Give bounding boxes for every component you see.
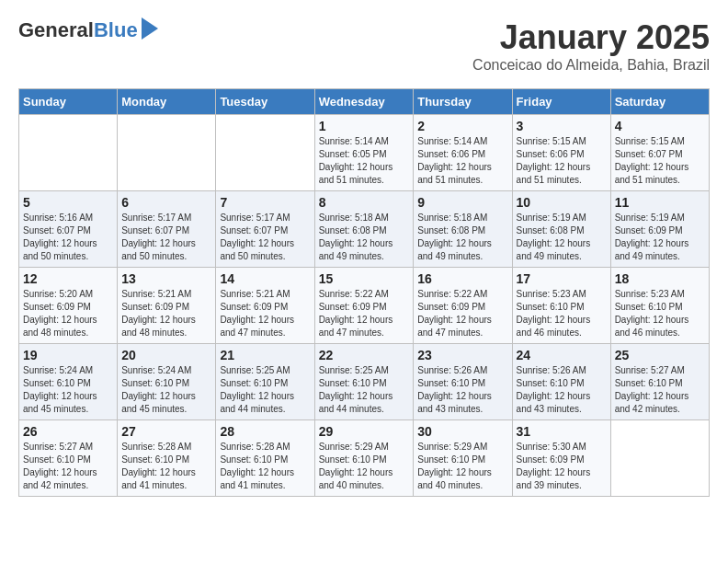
calendar-cell: 26Sunrise: 5:27 AM Sunset: 6:10 PM Dayli… [19, 420, 118, 497]
day-info: Sunrise: 5:22 AM Sunset: 6:09 PM Dayligh… [319, 288, 410, 339]
day-number: 1 [319, 119, 410, 133]
weekday-header-friday: Friday [512, 89, 610, 115]
day-info: Sunrise: 5:19 AM Sunset: 6:08 PM Dayligh… [517, 212, 607, 263]
calendar-cell: 15Sunrise: 5:22 AM Sunset: 6:09 PM Dayli… [314, 268, 414, 344]
day-info: Sunrise: 5:16 AM Sunset: 6:07 PM Dayligh… [23, 212, 113, 263]
weekday-header-saturday: Saturday [610, 89, 709, 115]
day-number: 15 [319, 271, 410, 286]
day-number: 26 [23, 424, 113, 439]
calendar-cell: 11Sunrise: 5:19 AM Sunset: 6:09 PM Dayli… [610, 191, 709, 268]
day-number: 29 [319, 424, 410, 439]
day-number: 16 [417, 271, 507, 286]
day-number: 25 [615, 348, 705, 362]
calendar-cell [610, 420, 709, 497]
day-info: Sunrise: 5:29 AM Sunset: 6:10 PM Dayligh… [319, 441, 410, 492]
day-number: 14 [220, 271, 310, 286]
day-info: Sunrise: 5:27 AM Sunset: 6:10 PM Dayligh… [615, 364, 705, 416]
calendar-title: January 2025 [472, 18, 710, 57]
calendar-week-row: 19Sunrise: 5:24 AM Sunset: 6:10 PM Dayli… [19, 344, 710, 420]
day-number: 7 [220, 195, 310, 210]
logo-blue-text: Blue [94, 18, 138, 42]
day-info: Sunrise: 5:26 AM Sunset: 6:10 PM Dayligh… [517, 364, 607, 416]
day-number: 6 [121, 195, 211, 210]
calendar-cell: 14Sunrise: 5:21 AM Sunset: 6:09 PM Dayli… [216, 268, 314, 344]
day-info: Sunrise: 5:24 AM Sunset: 6:10 PM Dayligh… [23, 364, 113, 416]
page-header: General Blue January 2025 Conceicao do A… [18, 18, 710, 74]
day-number: 3 [517, 119, 607, 133]
calendar-cell: 1Sunrise: 5:14 AM Sunset: 6:05 PM Daylig… [314, 115, 414, 191]
day-number: 18 [615, 271, 705, 286]
weekday-header-sunday: Sunday [19, 89, 118, 115]
calendar-cell: 22Sunrise: 5:25 AM Sunset: 6:10 PM Dayli… [314, 344, 414, 420]
calendar-cell: 19Sunrise: 5:24 AM Sunset: 6:10 PM Dayli… [19, 344, 118, 420]
day-info: Sunrise: 5:27 AM Sunset: 6:10 PM Dayligh… [23, 441, 113, 492]
day-info: Sunrise: 5:25 AM Sunset: 6:10 PM Dayligh… [319, 364, 410, 416]
title-section: January 2025 Conceicao do Almeida, Bahia… [472, 18, 710, 74]
calendar-cell: 18Sunrise: 5:23 AM Sunset: 6:10 PM Dayli… [610, 268, 709, 344]
weekday-header-tuesday: Tuesday [216, 89, 314, 115]
calendar-cell: 6Sunrise: 5:17 AM Sunset: 6:07 PM Daylig… [118, 191, 216, 268]
calendar-cell [19, 115, 118, 191]
day-info: Sunrise: 5:14 AM Sunset: 6:05 PM Dayligh… [319, 135, 410, 187]
calendar-cell: 2Sunrise: 5:14 AM Sunset: 6:06 PM Daylig… [414, 115, 512, 191]
day-info: Sunrise: 5:22 AM Sunset: 6:09 PM Dayligh… [417, 288, 507, 339]
day-info: Sunrise: 5:21 AM Sunset: 6:09 PM Dayligh… [121, 288, 211, 339]
day-number: 19 [23, 348, 113, 362]
day-number: 27 [121, 424, 211, 439]
calendar-subtitle: Conceicao do Almeida, Bahia, Brazil [472, 57, 710, 74]
calendar-cell: 10Sunrise: 5:19 AM Sunset: 6:08 PM Dayli… [512, 191, 610, 268]
calendar-cell [216, 115, 314, 191]
day-info: Sunrise: 5:17 AM Sunset: 6:07 PM Dayligh… [220, 212, 310, 263]
day-number: 2 [417, 119, 507, 133]
calendar-cell: 21Sunrise: 5:25 AM Sunset: 6:10 PM Dayli… [216, 344, 314, 420]
day-number: 28 [220, 424, 310, 439]
day-info: Sunrise: 5:14 AM Sunset: 6:06 PM Dayligh… [417, 135, 507, 187]
day-info: Sunrise: 5:29 AM Sunset: 6:10 PM Dayligh… [417, 441, 507, 492]
calendar-cell: 31Sunrise: 5:30 AM Sunset: 6:09 PM Dayli… [512, 420, 610, 497]
calendar-cell: 17Sunrise: 5:23 AM Sunset: 6:10 PM Dayli… [512, 268, 610, 344]
calendar-cell: 7Sunrise: 5:17 AM Sunset: 6:07 PM Daylig… [216, 191, 314, 268]
day-number: 20 [121, 348, 211, 362]
day-number: 12 [23, 271, 113, 286]
calendar-cell: 16Sunrise: 5:22 AM Sunset: 6:09 PM Dayli… [414, 268, 512, 344]
day-info: Sunrise: 5:30 AM Sunset: 6:09 PM Dayligh… [517, 441, 607, 492]
day-number: 8 [319, 195, 410, 210]
day-number: 13 [121, 271, 211, 286]
calendar-cell: 4Sunrise: 5:15 AM Sunset: 6:07 PM Daylig… [610, 115, 709, 191]
calendar-cell: 9Sunrise: 5:18 AM Sunset: 6:08 PM Daylig… [414, 191, 512, 268]
weekday-header-monday: Monday [118, 89, 216, 115]
day-info: Sunrise: 5:28 AM Sunset: 6:10 PM Dayligh… [121, 441, 211, 492]
day-number: 9 [417, 195, 507, 210]
calendar-cell: 3Sunrise: 5:15 AM Sunset: 6:06 PM Daylig… [512, 115, 610, 191]
day-info: Sunrise: 5:19 AM Sunset: 6:09 PM Dayligh… [615, 212, 705, 263]
day-number: 31 [517, 424, 607, 439]
calendar-table: SundayMondayTuesdayWednesdayThursdayFrid… [18, 88, 710, 497]
day-info: Sunrise: 5:18 AM Sunset: 6:08 PM Dayligh… [417, 212, 507, 263]
day-info: Sunrise: 5:28 AM Sunset: 6:10 PM Dayligh… [220, 441, 310, 492]
day-number: 23 [417, 348, 507, 362]
calendar-cell: 5Sunrise: 5:16 AM Sunset: 6:07 PM Daylig… [19, 191, 118, 268]
day-info: Sunrise: 5:15 AM Sunset: 6:07 PM Dayligh… [615, 135, 705, 187]
weekday-header-wednesday: Wednesday [314, 89, 414, 115]
calendar-cell: 28Sunrise: 5:28 AM Sunset: 6:10 PM Dayli… [216, 420, 314, 497]
calendar-cell: 24Sunrise: 5:26 AM Sunset: 6:10 PM Dayli… [512, 344, 610, 420]
logo-general-text: General [18, 18, 94, 42]
day-number: 21 [220, 348, 310, 362]
day-info: Sunrise: 5:17 AM Sunset: 6:07 PM Dayligh… [121, 212, 211, 263]
day-info: Sunrise: 5:24 AM Sunset: 6:10 PM Dayligh… [121, 364, 211, 416]
day-number: 4 [615, 119, 705, 133]
day-info: Sunrise: 5:15 AM Sunset: 6:06 PM Dayligh… [517, 135, 607, 187]
calendar-cell: 20Sunrise: 5:24 AM Sunset: 6:10 PM Dayli… [118, 344, 216, 420]
calendar-cell: 29Sunrise: 5:29 AM Sunset: 6:10 PM Dayli… [314, 420, 414, 497]
calendar-cell: 13Sunrise: 5:21 AM Sunset: 6:09 PM Dayli… [118, 268, 216, 344]
calendar-cell: 30Sunrise: 5:29 AM Sunset: 6:10 PM Dayli… [414, 420, 512, 497]
calendar-cell: 27Sunrise: 5:28 AM Sunset: 6:10 PM Dayli… [118, 420, 216, 497]
calendar-cell: 8Sunrise: 5:18 AM Sunset: 6:08 PM Daylig… [314, 191, 414, 268]
day-info: Sunrise: 5:23 AM Sunset: 6:10 PM Dayligh… [615, 288, 705, 339]
calendar-cell: 25Sunrise: 5:27 AM Sunset: 6:10 PM Dayli… [610, 344, 709, 420]
day-info: Sunrise: 5:18 AM Sunset: 6:08 PM Dayligh… [319, 212, 410, 263]
calendar-cell: 12Sunrise: 5:20 AM Sunset: 6:09 PM Dayli… [19, 268, 118, 344]
weekday-header-row: SundayMondayTuesdayWednesdayThursdayFrid… [19, 89, 710, 115]
calendar-week-row: 12Sunrise: 5:20 AM Sunset: 6:09 PM Dayli… [19, 268, 710, 344]
day-info: Sunrise: 5:26 AM Sunset: 6:10 PM Dayligh… [417, 364, 507, 416]
